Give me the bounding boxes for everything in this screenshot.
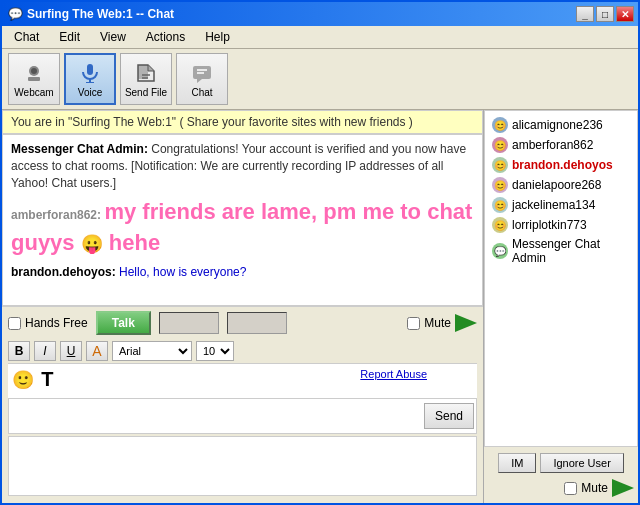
user-item-brandon[interactable]: 😊 brandon.dehoyos xyxy=(489,155,633,175)
svg-marker-11 xyxy=(197,79,202,83)
sidebar-controls: IM Ignore User Mute xyxy=(484,447,638,503)
send-file-button[interactable]: Send File xyxy=(120,53,172,105)
chat-icon xyxy=(190,61,214,85)
user-item-lorri[interactable]: 😊 lorriplotkin773 xyxy=(489,215,633,235)
close-button[interactable]: ✕ xyxy=(616,6,634,22)
user-avatar-lorri: 😊 xyxy=(492,217,508,233)
mute-control: Mute xyxy=(407,314,477,332)
menu-actions[interactable]: Actions xyxy=(138,28,193,46)
send-file-icon xyxy=(134,61,158,85)
chat-button[interactable]: Chat xyxy=(176,53,228,105)
message-input-container: Send xyxy=(8,398,477,434)
svg-point-2 xyxy=(31,68,37,74)
report-abuse-link[interactable]: Report Abuse xyxy=(360,368,427,380)
username-admin: Messenger Chat Admin xyxy=(512,237,630,265)
mute-checkbox[interactable] xyxy=(407,317,420,330)
talk-button[interactable]: Talk xyxy=(96,311,151,335)
voice-icon xyxy=(78,61,102,85)
menu-bar: Chat Edit View Actions Help xyxy=(2,26,638,49)
menu-edit[interactable]: Edit xyxy=(51,28,88,46)
user-item-amberforan[interactable]: 😊 amberforan862 xyxy=(489,135,633,155)
svg-rect-4 xyxy=(89,79,91,82)
sidebar-btn-row: IM Ignore User xyxy=(488,453,634,473)
ignore-user-button[interactable]: Ignore User xyxy=(540,453,623,473)
user-item-jackeline[interactable]: 😊 jackelinema134 xyxy=(489,195,633,215)
italic-button[interactable]: I xyxy=(34,341,56,361)
svg-rect-1 xyxy=(28,77,40,81)
sidebar-mute-checkbox[interactable] xyxy=(564,482,577,495)
svg-rect-3 xyxy=(87,64,93,75)
username-lorri: lorriplotkin773 xyxy=(512,218,587,232)
chat-area: You are in "Surfing The Web:1" ( Share y… xyxy=(2,110,483,503)
sender-admin: Messenger Chat Admin: xyxy=(11,142,148,156)
sender-brandon: brandon.dehoyos: xyxy=(11,265,116,279)
webcam-button[interactable]: Webcam xyxy=(8,53,60,105)
username-amberforan: amberforan862 xyxy=(512,138,593,152)
menu-help[interactable]: Help xyxy=(197,28,238,46)
username-brandon: brandon.dehoyos xyxy=(512,158,613,172)
emoji-tongue: 😛 xyxy=(81,234,103,254)
user-item-admin[interactable]: 💬 Messenger Chat Admin xyxy=(489,235,633,267)
im-button[interactable]: IM xyxy=(498,453,536,473)
menu-view[interactable]: View xyxy=(92,28,134,46)
sidebar-volume-icon xyxy=(612,479,634,497)
minimize-button[interactable]: _ xyxy=(576,6,594,22)
username-daniela: danielapoore268 xyxy=(512,178,601,192)
title-bar: 💬 Surfing The Web:1 -- Chat _ □ ✕ xyxy=(2,2,638,26)
text-color-icon[interactable]: T xyxy=(41,368,53,390)
sidebar-mute-label: Mute xyxy=(581,481,608,495)
message-input[interactable] xyxy=(9,399,424,427)
send-button[interactable]: Send xyxy=(424,403,474,429)
voice-slider-2[interactable] xyxy=(227,312,287,334)
svg-rect-5 xyxy=(86,82,94,83)
user-avatar-jackeline: 😊 xyxy=(492,197,508,213)
size-select[interactable]: 10 xyxy=(196,341,234,361)
text-amberforan-suffix: hehe xyxy=(103,230,160,255)
webcam-icon xyxy=(22,61,46,85)
maximize-button[interactable]: □ xyxy=(596,6,614,22)
user-avatar-brandon: 😊 xyxy=(492,157,508,173)
title-bar-controls: _ □ ✕ xyxy=(576,6,634,22)
hands-free-checkbox[interactable] xyxy=(8,317,21,330)
sidebar-mute-row: Mute xyxy=(488,479,634,497)
window-title: Surfing The Web:1 -- Chat xyxy=(27,7,174,21)
user-avatar-amberforan: 😊 xyxy=(492,137,508,153)
font-color-button[interactable]: A xyxy=(86,341,108,361)
room-info-text: You are in "Surfing The Web:1" ( Share y… xyxy=(11,115,413,129)
main-window: 💬 Surfing The Web:1 -- Chat _ □ ✕ Chat E… xyxy=(0,0,640,505)
main-content: You are in "Surfing The Web:1" ( Share y… xyxy=(2,110,638,503)
user-list: 😊 alicamignone236 😊 amberforan862 😊 bran… xyxy=(484,110,638,447)
sender-amberforan: amberforan862: xyxy=(11,208,101,222)
menu-chat[interactable]: Chat xyxy=(6,28,47,46)
volume-icon xyxy=(455,314,477,332)
bottom-textarea[interactable] xyxy=(8,436,477,496)
underline-button[interactable]: U xyxy=(60,341,82,361)
mute-label: Mute xyxy=(424,316,451,330)
input-controls: Hands Free Talk Mute B I U xyxy=(2,306,483,503)
format-bar: B I U A Arial 10 xyxy=(8,339,477,364)
user-avatar-admin: 💬 xyxy=(492,243,508,259)
username-jackeline: jackelinema134 xyxy=(512,198,595,212)
emoji-picker-icon[interactable]: 🙂 xyxy=(12,370,34,390)
message-amberforan: amberforan862: my friends are lame, pm m… xyxy=(11,197,474,259)
text-input-area: 🙂 T Report Abuse xyxy=(8,364,477,398)
title-bar-title: 💬 Surfing The Web:1 -- Chat xyxy=(8,7,174,21)
user-avatar-daniela: 😊 xyxy=(492,177,508,193)
voice-controls-row: Hands Free Talk Mute xyxy=(8,311,477,335)
room-info: You are in "Surfing The Web:1" ( Share y… xyxy=(2,110,483,134)
user-item-daniela[interactable]: 😊 danielapoore268 xyxy=(489,175,633,195)
sidebar: 😊 alicamignone236 😊 amberforan862 😊 bran… xyxy=(483,110,638,503)
chat-messages: Messenger Chat Admin: Congratulations! Y… xyxy=(2,134,483,306)
user-item-alicamignone[interactable]: 😊 alicamignone236 xyxy=(489,115,633,135)
username-alicamignone: alicamignone236 xyxy=(512,118,603,132)
message-admin: Messenger Chat Admin: Congratulations! Y… xyxy=(11,141,474,191)
bold-button[interactable]: B xyxy=(8,341,30,361)
voice-slider-1[interactable] xyxy=(159,312,219,334)
hands-free-label: Hands Free xyxy=(8,316,88,330)
user-avatar-alicamignone: 😊 xyxy=(492,117,508,133)
message-brandon: brandon.dehoyos: Hello, how is everyone? xyxy=(11,265,474,279)
voice-button[interactable]: Voice xyxy=(64,53,116,105)
font-select[interactable]: Arial xyxy=(112,341,192,361)
toolbar: Webcam Voice Send File xyxy=(2,49,638,110)
svg-rect-6 xyxy=(138,65,148,79)
